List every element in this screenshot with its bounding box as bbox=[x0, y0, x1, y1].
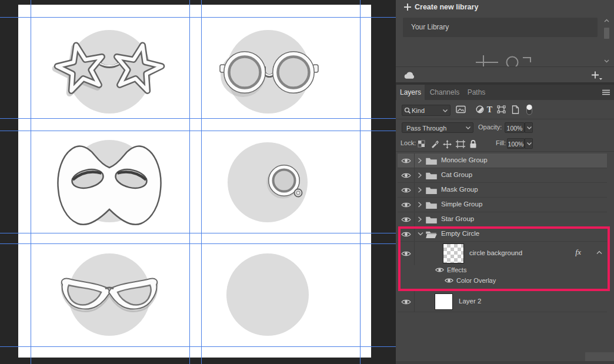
chevron-right-icon[interactable] bbox=[418, 187, 422, 193]
guide-horizontal bbox=[0, 346, 396, 348]
eye-icon bbox=[401, 216, 411, 223]
fill-value: 100% bbox=[508, 141, 524, 148]
effects-row[interactable]: Effects bbox=[398, 265, 607, 276]
visibility-toggle[interactable] bbox=[398, 168, 415, 182]
color-overlay-row[interactable]: Color Overlay bbox=[398, 276, 607, 286]
chevron-right-icon[interactable] bbox=[418, 158, 422, 163]
tab-channels[interactable]: Channels bbox=[428, 85, 462, 100]
cloud-sync-icon[interactable] bbox=[403, 71, 416, 79]
tab-channels-label: Channels bbox=[430, 88, 460, 96]
document-canvas[interactable] bbox=[0, 0, 396, 364]
create-new-library-label: Create new library bbox=[415, 3, 478, 11]
tab-paths-label: Paths bbox=[468, 88, 486, 96]
visibility-toggle[interactable] bbox=[398, 242, 415, 265]
lock-label: Lock: bbox=[401, 139, 416, 146]
library-select-button[interactable]: Your Library bbox=[403, 18, 598, 37]
filter-toggle-icon[interactable] bbox=[526, 103, 533, 116]
layer-row-circle-background[interactable]: circle background fx bbox=[398, 242, 607, 265]
eye-icon[interactable] bbox=[435, 267, 444, 273]
eye-icon bbox=[401, 299, 411, 305]
tab-layers-label: Layers bbox=[400, 88, 421, 96]
chevron-down-icon[interactable] bbox=[604, 59, 609, 63]
chevron-down-icon bbox=[527, 142, 532, 145]
folder-icon bbox=[426, 186, 437, 194]
eye-icon bbox=[401, 251, 411, 257]
visibility-toggle[interactable] bbox=[398, 153, 415, 168]
folder-icon bbox=[426, 216, 437, 223]
layer-name: Cat Group bbox=[441, 171, 472, 178]
chevron-down-icon bbox=[443, 109, 448, 112]
fill-value-field[interactable]: 100% bbox=[507, 138, 525, 149]
filter-type-layers-icon[interactable]: T bbox=[486, 105, 493, 113]
layer-name: Simple Group bbox=[441, 201, 482, 208]
chevron-up-icon[interactable] bbox=[604, 19, 609, 22]
lock-position-icon[interactable] bbox=[443, 140, 452, 149]
chevron-right-icon[interactable] bbox=[418, 172, 422, 178]
eye-icon bbox=[401, 187, 411, 193]
filter-shape-layers-icon[interactable] bbox=[497, 105, 506, 113]
chevron-right-icon[interactable] bbox=[418, 216, 422, 222]
visibility-toggle[interactable] bbox=[398, 183, 415, 197]
blend-mode-value: Pass Through bbox=[406, 125, 446, 132]
effect-name: Color Overlay bbox=[456, 277, 496, 284]
layer-row-group[interactable]: Cat Group bbox=[398, 168, 607, 183]
filter-smart-objects-icon[interactable] bbox=[512, 105, 519, 114]
blend-mode-row: Pass Through Opacity: 100% bbox=[396, 119, 614, 135]
lock-all-icon[interactable] bbox=[469, 140, 477, 148]
canvas-artwork bbox=[0, 0, 396, 364]
chevron-down-icon[interactable] bbox=[418, 232, 423, 236]
lock-transparency-icon[interactable] bbox=[418, 140, 425, 148]
guide-vertical bbox=[360, 0, 361, 364]
eye-icon[interactable] bbox=[445, 278, 453, 283]
tab-layers[interactable]: Layers bbox=[396, 85, 425, 100]
fx-badge[interactable]: fx bbox=[575, 248, 581, 257]
filter-pixel-layers-icon[interactable] bbox=[456, 105, 466, 113]
eye-icon bbox=[401, 158, 411, 164]
layer-row-group[interactable]: Monocle Group bbox=[398, 153, 607, 168]
library-item-preview[interactable] bbox=[471, 53, 548, 66]
opacity-dropdown-button[interactable] bbox=[525, 122, 533, 133]
blend-mode-dropdown[interactable]: Pass Through bbox=[402, 122, 473, 133]
layer-row-layer-2[interactable]: Layer 2 bbox=[398, 291, 607, 312]
layer-name: circle background bbox=[469, 249, 522, 256]
visibility-toggle[interactable] bbox=[398, 291, 415, 312]
panel-stack: Create new library Your Library bbox=[396, 0, 614, 364]
layer-row-group[interactable]: Mask Group bbox=[398, 183, 607, 198]
layer-row-group[interactable]: Simple Group bbox=[398, 198, 607, 212]
create-new-library-button[interactable]: Create new library bbox=[396, 0, 614, 15]
filter-adjustment-layers-icon[interactable] bbox=[476, 105, 484, 113]
fill-label: Fill: bbox=[496, 139, 506, 146]
lock-row: Lock: Fill: bbox=[396, 135, 614, 152]
panel-menu-icon[interactable] bbox=[602, 89, 610, 95]
visibility-toggle[interactable] bbox=[398, 198, 415, 212]
visibility-toggle[interactable] bbox=[398, 212, 415, 226]
fill-dropdown-button[interactable] bbox=[525, 138, 533, 149]
search-icon bbox=[404, 107, 411, 114]
add-library-item-icon[interactable] bbox=[591, 71, 603, 81]
guide-horizontal bbox=[0, 131, 396, 132]
lock-artboard-icon[interactable] bbox=[456, 140, 465, 148]
layer-name: Empty Circle bbox=[441, 230, 479, 237]
library-name: Your Library bbox=[411, 23, 449, 31]
visibility-toggle[interactable] bbox=[398, 227, 415, 241]
chevron-down-icon bbox=[527, 126, 532, 129]
panel-resize-corner[interactable] bbox=[585, 352, 614, 361]
layer-thumbnail[interactable] bbox=[435, 293, 453, 310]
open-folder-icon bbox=[426, 231, 437, 238]
opacity-value-field[interactable]: 100% bbox=[505, 122, 525, 133]
kind-filter-dropdown[interactable]: Kind bbox=[402, 105, 451, 116]
collapse-effects-chevron-icon[interactable] bbox=[596, 251, 602, 255]
tab-paths[interactable]: Paths bbox=[464, 85, 489, 100]
opacity-label: Opacity: bbox=[478, 123, 502, 131]
chevron-right-icon[interactable] bbox=[418, 202, 422, 208]
libraries-scrollbar[interactable] bbox=[602, 18, 612, 66]
panel-bottom-edge bbox=[396, 361, 614, 364]
layer-thumbnail[interactable] bbox=[443, 243, 464, 263]
lock-pixels-icon[interactable] bbox=[431, 140, 439, 148]
scrollbar-thumb[interactable] bbox=[604, 28, 609, 39]
layer-row-empty-circle-group[interactable]: Empty Circle bbox=[398, 227, 607, 242]
photoshop-window: Create new library Your Library bbox=[0, 0, 614, 364]
guide-horizontal bbox=[0, 17, 396, 18]
guide-vertical bbox=[189, 0, 191, 364]
layer-row-group[interactable]: Star Group bbox=[398, 212, 607, 227]
